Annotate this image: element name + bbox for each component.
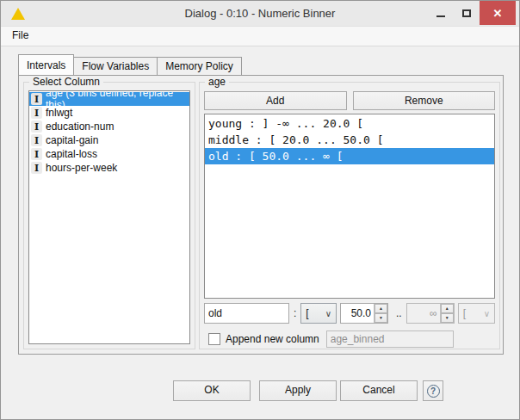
help-button[interactable]: ? <box>423 380 443 401</box>
spinner-buttons: ▲ ▼ <box>440 304 454 323</box>
add-bin-button[interactable]: Add <box>204 91 347 110</box>
upper-bracket-select: [ ∨ <box>458 303 495 324</box>
upper-bracket-value: [ <box>463 307 466 319</box>
column-label: capital-gain <box>46 134 98 146</box>
chevron-down-icon: ∨ <box>484 309 490 318</box>
bin-name-input[interactable] <box>204 303 289 324</box>
bin-editor-row: : [ ∨ 50.0 ▲ ▼ .. ∞ ▲ ▼ <box>204 303 495 324</box>
age-bins-group: age Add Remove young : ] -∞ ... 20.0 [ m… <box>199 82 500 349</box>
maximize-button[interactable] <box>454 1 480 25</box>
append-column-row: Append new column <box>208 330 495 348</box>
lower-bound-value: 50.0 <box>341 304 374 323</box>
age-bins-group-title: age <box>205 76 229 88</box>
column-list-item[interactable]: I age (3 bins defined, replace this) <box>29 92 189 106</box>
numeric-column-type-icon: I <box>31 162 42 174</box>
column-list-item[interactable]: I hours-per-week <box>29 161 189 175</box>
tab-memory-policy[interactable]: Memory Policy <box>158 57 242 75</box>
range-separator-label: .. <box>392 307 406 319</box>
append-new-column-label: Append new column <box>226 333 319 345</box>
title-bar[interactable]: Dialog - 0:10 - Numeric Binner ✕ <box>1 1 519 27</box>
select-column-group: Select Column I age (3 bins defined, rep… <box>23 82 195 349</box>
append-new-column-checkbox[interactable] <box>208 333 220 345</box>
new-column-name-input <box>326 330 454 348</box>
help-icon: ? <box>427 385 440 398</box>
tab-flow-variables[interactable]: Flow Variables <box>74 57 158 75</box>
spinner-down-icon: ▼ <box>441 313 454 323</box>
close-button[interactable]: ✕ <box>480 1 516 25</box>
cancel-button[interactable]: Cancel <box>340 380 418 401</box>
apply-button[interactable]: Apply <box>259 380 337 401</box>
column-list-item[interactable]: I education-num <box>29 120 189 133</box>
spinner-up-icon: ▲ <box>441 304 454 313</box>
dialog-window: Dialog - 0:10 - Numeric Binner ✕ File In… <box>0 0 520 420</box>
column-label: hours-per-week <box>46 162 117 174</box>
column-label: education-num <box>46 120 114 133</box>
tab-intervals[interactable]: Intervals <box>18 54 74 75</box>
numeric-column-type-icon: I <box>31 120 42 133</box>
bin-list-item[interactable]: middle : [ 20.0 ... 50.0 [ <box>205 132 494 148</box>
maximize-icon <box>462 9 471 17</box>
bin-list-item[interactable]: old : [ 50.0 ... ∞ [ <box>205 148 494 164</box>
ok-button[interactable]: OK <box>173 380 251 401</box>
remove-bin-button[interactable]: Remove <box>353 91 496 110</box>
menu-file[interactable]: File <box>1 27 35 41</box>
upper-bound-value: ∞ <box>407 304 440 323</box>
menu-bar: File <box>1 27 519 46</box>
bin-list[interactable]: young : ] -∞ ... 20.0 [ middle : [ 20.0 … <box>204 114 495 299</box>
column-label: fnlwgt <box>46 107 72 119</box>
tab-bar: Intervals Flow Variables Memory Policy <box>18 54 242 75</box>
window-controls: ✕ <box>428 1 516 25</box>
lower-bound-spinner[interactable]: 50.0 ▲ ▼ <box>340 303 388 324</box>
lower-bracket-select[interactable]: [ ∨ <box>300 303 337 324</box>
numeric-column-type-icon: I <box>31 134 42 146</box>
column-list[interactable]: I age (3 bins defined, replace this) I f… <box>28 90 190 344</box>
upper-bound-spinner: ∞ ▲ ▼ <box>406 303 455 324</box>
spinner-buttons: ▲ ▼ <box>374 304 387 323</box>
column-list-item[interactable]: I capital-gain <box>29 133 189 147</box>
spinner-up-icon[interactable]: ▲ <box>375 304 387 313</box>
close-icon: ✕ <box>493 7 503 20</box>
numeric-column-type-icon: I <box>31 93 42 105</box>
spinner-down-icon[interactable]: ▼ <box>375 313 387 323</box>
lower-bracket-value: [ <box>306 307 308 319</box>
numeric-column-type-icon: I <box>31 107 42 119</box>
intervals-tab-panel: Select Column I age (3 bins defined, rep… <box>18 75 504 355</box>
minimize-icon <box>436 15 445 17</box>
column-list-item[interactable]: I capital-loss <box>29 147 189 161</box>
bin-list-item[interactable]: young : ] -∞ ... 20.0 [ <box>205 115 494 132</box>
minimize-button[interactable] <box>428 1 454 25</box>
chevron-down-icon: ∨ <box>325 309 331 318</box>
bin-actions: Add Remove <box>204 91 495 110</box>
numeric-column-type-icon: I <box>31 148 42 160</box>
select-column-group-title: Select Column <box>29 76 103 88</box>
column-label: capital-loss <box>46 148 97 160</box>
colon-label: : <box>289 307 300 319</box>
